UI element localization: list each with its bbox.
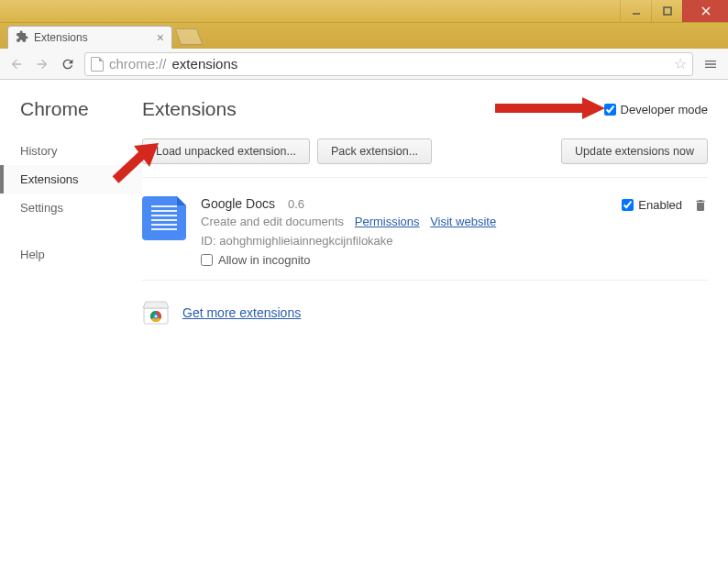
extension-description: Create and edit documents bbox=[201, 215, 344, 228]
window-titlebar bbox=[0, 0, 728, 23]
extension-version: 0.6 bbox=[288, 197, 304, 211]
page-content: Chrome History Extensions Settings Help … bbox=[0, 80, 728, 564]
panel-header: Extensions Developer mode bbox=[142, 98, 708, 133]
developer-mode-checkbox[interactable] bbox=[604, 104, 616, 116]
enabled-checkbox[interactable] bbox=[622, 199, 634, 211]
window-maximize-button[interactable] bbox=[651, 0, 682, 22]
sidebar-item-history[interactable]: History bbox=[0, 137, 142, 165]
enabled-toggle[interactable]: Enabled bbox=[622, 198, 682, 212]
sidebar-title: Chrome bbox=[0, 98, 142, 137]
extension-item: Google Docs 0.6 Create and edit document… bbox=[142, 178, 708, 281]
developer-mode-toggle[interactable]: Developer mode bbox=[604, 103, 708, 116]
pack-extension-button[interactable]: Pack extension... bbox=[317, 138, 432, 164]
address-bar[interactable]: chrome://extensions ☆ bbox=[84, 52, 693, 76]
sidebar-item-settings[interactable]: Settings bbox=[0, 194, 142, 222]
update-extensions-button[interactable]: Update extensions now bbox=[561, 138, 708, 164]
tab-title: Extensions bbox=[34, 31, 88, 44]
window-minimize-button[interactable] bbox=[620, 0, 651, 22]
forward-button[interactable] bbox=[33, 55, 51, 73]
settings-sidebar: Chrome History Extensions Settings Help bbox=[0, 80, 142, 564]
extension-name: Google Docs bbox=[201, 196, 275, 211]
tab-close-button[interactable]: × bbox=[157, 31, 164, 44]
browser-tab[interactable]: Extensions × bbox=[7, 26, 172, 49]
load-unpacked-button[interactable]: Load unpacked extension... bbox=[142, 138, 310, 164]
sidebar-item-extensions[interactable]: Extensions bbox=[0, 165, 142, 194]
tab-strip: Extensions × bbox=[0, 23, 728, 49]
sidebar-item-help[interactable]: Help bbox=[0, 240, 142, 269]
reload-button[interactable] bbox=[59, 55, 77, 73]
permissions-link[interactable]: Permissions bbox=[355, 215, 420, 228]
page-icon bbox=[91, 57, 104, 72]
puzzle-icon bbox=[16, 30, 28, 46]
enabled-label: Enabled bbox=[638, 198, 682, 212]
url-path: extensions bbox=[172, 56, 238, 72]
new-tab-button[interactable] bbox=[175, 28, 204, 45]
page-title: Extensions bbox=[142, 98, 237, 120]
extensions-panel: Extensions Developer mode Load unpacked … bbox=[142, 80, 728, 564]
developer-button-row: Load unpacked extension... Pack extensio… bbox=[142, 133, 708, 178]
extension-details: Google Docs 0.6 Create and edit document… bbox=[201, 196, 607, 267]
extension-app-icon bbox=[142, 196, 186, 240]
url-scheme: chrome:// bbox=[109, 56, 167, 72]
extension-controls: Enabled bbox=[622, 196, 708, 267]
get-more-extensions-row: Get more extensions bbox=[142, 281, 708, 325]
window-close-button[interactable] bbox=[682, 0, 728, 22]
allow-incognito-checkbox[interactable] bbox=[201, 254, 213, 266]
back-button[interactable] bbox=[7, 55, 26, 73]
get-more-extensions-link[interactable]: Get more extensions bbox=[182, 305, 301, 320]
web-store-icon bbox=[142, 301, 170, 325]
trash-icon[interactable] bbox=[693, 198, 708, 213]
svg-rect-1 bbox=[664, 7, 671, 15]
developer-mode-label: Developer mode bbox=[621, 103, 708, 116]
svg-point-8 bbox=[155, 315, 158, 318]
browser-toolbar: chrome://extensions ☆ bbox=[0, 49, 728, 80]
allow-incognito-label: Allow in incognito bbox=[218, 253, 310, 267]
visit-website-link[interactable]: Visit website bbox=[430, 215, 496, 228]
allow-incognito-toggle[interactable]: Allow in incognito bbox=[201, 253, 607, 267]
extension-id: ID: aohghmighlieiainnegkcijnfilokake bbox=[201, 234, 607, 248]
bookmark-star-icon[interactable]: ☆ bbox=[674, 55, 687, 72]
chrome-menu-button[interactable] bbox=[700, 54, 721, 74]
